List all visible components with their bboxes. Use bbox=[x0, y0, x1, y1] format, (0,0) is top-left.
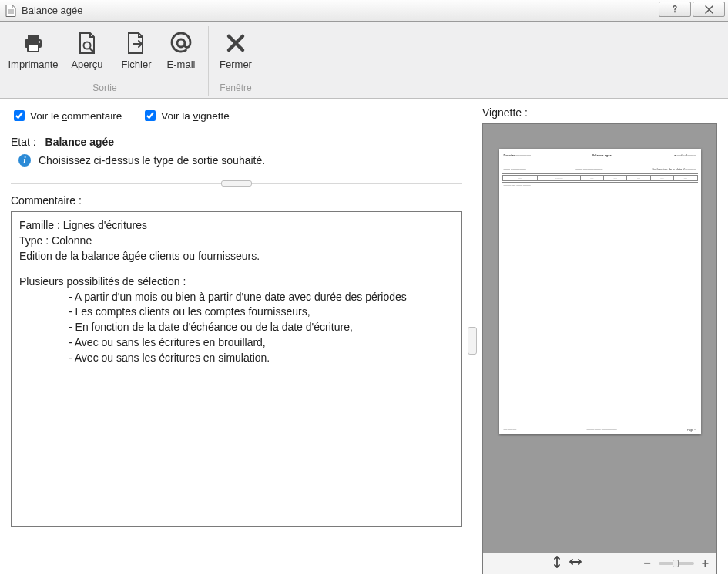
group-caption-fenetre: Fenêtre bbox=[213, 82, 258, 96]
document-icon bbox=[5, 5, 17, 17]
etat-line: Etat : Balance agée bbox=[11, 136, 462, 148]
help-button[interactable] bbox=[659, 2, 691, 17]
close-icon bbox=[226, 29, 246, 57]
splitter-handle-icon bbox=[221, 180, 252, 187]
etat-value: Balance agée bbox=[45, 136, 115, 148]
titlebar: Balance agée bbox=[0, 0, 728, 22]
group-caption-sortie: Sortie bbox=[6, 82, 203, 96]
checkbox-voir-vignette[interactable]: Voir la vignette bbox=[142, 108, 230, 123]
info-line: i Choisissez ci-dessus le type de sortie… bbox=[11, 154, 462, 167]
etat-label: Etat : bbox=[11, 136, 36, 148]
svg-rect-0 bbox=[28, 35, 39, 39]
file-label: Fichier bbox=[121, 59, 151, 70]
window-title: Balance agée bbox=[22, 5, 83, 16]
at-sign-icon bbox=[169, 29, 193, 57]
commentaire-line: - Avec ou sans les écritures en brouilla… bbox=[19, 335, 454, 350]
horizontal-splitter[interactable] bbox=[11, 180, 462, 188]
toolbar: Imprimante Aperçu bbox=[0, 22, 728, 99]
print-label: Imprimante bbox=[8, 59, 58, 70]
commentaire-line: - A partir d'un mois ou bien à partir d'… bbox=[19, 290, 454, 304]
vertical-splitter[interactable] bbox=[470, 106, 475, 574]
zoom-in-button[interactable]: + bbox=[702, 557, 709, 570]
zoom-slider[interactable] bbox=[659, 562, 694, 565]
body: Voir le commentaire Voir la vignette Eta… bbox=[0, 99, 728, 582]
commentaire-line: Type : Colonne bbox=[19, 234, 454, 248]
export-file-icon bbox=[125, 29, 148, 57]
vignette-title: Vignette : bbox=[482, 106, 717, 119]
checkbox-voir-vignette-label: Voir la vignette bbox=[161, 110, 230, 122]
commentaire-title: Commentaire : bbox=[11, 194, 462, 207]
zoom-out-button[interactable]: − bbox=[643, 557, 650, 570]
commentaire-line: Famille : Lignes d'écritures bbox=[19, 218, 454, 233]
commentaire-line: - En fonction de la date d'échéance ou d… bbox=[19, 320, 454, 335]
close-button[interactable]: Fermer bbox=[213, 26, 258, 72]
commentaire-line: Edition de la balance âgée clients ou fo… bbox=[19, 249, 454, 264]
preview-label: Aperçu bbox=[71, 59, 102, 70]
vignette-page-thumb: Dossier ───────Balance agéeLe ──/──/────… bbox=[499, 149, 701, 434]
svg-point-3 bbox=[39, 41, 41, 43]
file-button[interactable]: Fichier bbox=[114, 26, 159, 72]
splitter-handle-icon bbox=[468, 327, 477, 355]
print-button[interactable]: Imprimante bbox=[6, 26, 60, 72]
printer-icon bbox=[21, 29, 45, 57]
commentaire-box: Famille : Lignes d'écritures Type : Colo… bbox=[11, 211, 462, 527]
checkbox-voir-commentaire-input[interactable] bbox=[14, 110, 25, 121]
left-pane: Voir le commentaire Voir la vignette Eta… bbox=[0, 106, 470, 574]
fit-horizontal-button[interactable] bbox=[569, 557, 582, 569]
checkbox-voir-commentaire[interactable]: Voir le commentaire bbox=[11, 108, 122, 123]
fit-vertical-button[interactable] bbox=[552, 556, 562, 570]
info-text: Choisissez ci-dessus le type de sortie s… bbox=[39, 154, 265, 167]
vignette-preview: Dossier ───────Balance agéeLe ──/──/────… bbox=[482, 123, 717, 553]
commentaire-line: Plusieurs possibilités de sélection : bbox=[19, 274, 454, 289]
email-button[interactable]: E-mail bbox=[159, 26, 203, 72]
checkbox-voir-commentaire-label: Voir le commentaire bbox=[30, 110, 122, 122]
svg-rect-2 bbox=[28, 45, 39, 52]
svg-point-5 bbox=[177, 39, 185, 47]
email-label: E-mail bbox=[167, 59, 196, 70]
checkbox-voir-vignette-input[interactable] bbox=[145, 110, 156, 121]
info-icon: i bbox=[18, 154, 31, 167]
dialog-window: Balance agée bbox=[0, 0, 728, 582]
commentaire-line: - Avec ou sans les écritures en simulati… bbox=[19, 351, 454, 365]
preview-icon bbox=[75, 29, 99, 57]
right-pane: Vignette : Dossier ───────Balance agéeLe… bbox=[475, 106, 728, 574]
vignette-controls: − + bbox=[482, 553, 717, 574]
preview-button[interactable]: Aperçu bbox=[60, 26, 114, 72]
close-label: Fermer bbox=[220, 59, 252, 70]
commentaire-line: - Les comptes clients ou les comptes fou… bbox=[19, 304, 454, 319]
close-window-button[interactable] bbox=[693, 2, 725, 17]
slider-knob-icon bbox=[673, 560, 679, 567]
